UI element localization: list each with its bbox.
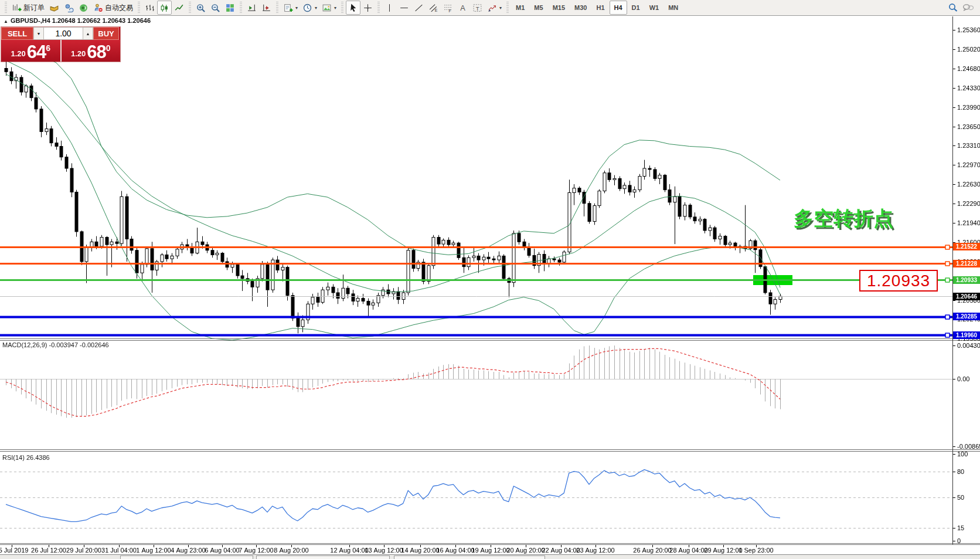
profiles-button[interactable]: ▾: [300, 1, 319, 15]
svg-text:T: T: [476, 5, 479, 11]
current-price-label: 1.20646: [953, 293, 980, 300]
timeframe-h1-button[interactable]: H1: [591, 1, 609, 15]
auto-scroll-button[interactable]: [259, 1, 274, 15]
buy-price-pip: 0: [106, 43, 111, 53]
vertical-line-button[interactable]: [382, 1, 397, 15]
zoom-out-button[interactable]: [208, 1, 223, 15]
fibonacci-button[interactable]: F: [441, 1, 455, 15]
chart-image-icon: [322, 3, 332, 13]
sell-price-prefix: 1.20: [11, 48, 25, 60]
new-order-button[interactable]: 新订单: [9, 1, 47, 15]
level-price-label: 1.21228: [953, 260, 980, 267]
chart-ohlc-header: ▲GBPUSD-,H4 1.20648 1.20662 1.20643 1.20…: [4, 17, 151, 24]
timeframe-mn-button[interactable]: MN: [663, 1, 683, 15]
buy-price-big: 68: [87, 45, 106, 60]
line-chart-button[interactable]: [172, 1, 186, 15]
history-center-button[interactable]: [47, 1, 62, 15]
rsi-indicator-label: RSI(14) 26.4386: [2, 454, 50, 461]
timeframe-w1-button[interactable]: W1: [645, 1, 664, 15]
trend-line-button[interactable]: [411, 1, 426, 15]
chart-image-button[interactable]: ▾: [319, 1, 339, 15]
toolbar-grip: [341, 2, 343, 13]
toolbar-grip: [189, 2, 191, 13]
volume-decrease-button[interactable]: ▼: [33, 27, 44, 40]
chart-shift-icon: [247, 3, 257, 13]
profiles-icon: [302, 3, 312, 13]
text-label-button[interactable]: T: [470, 1, 485, 15]
minimized-chart-tab[interactable]: [256, 555, 390, 559]
dropdown-caret-icon[interactable]: ▾: [499, 5, 502, 11]
tile-windows-button[interactable]: [223, 1, 237, 15]
collapse-quote-arrow-icon[interactable]: ▲: [4, 19, 8, 24]
toolbar-grip: [138, 2, 140, 13]
chat-icon[interactable]: [962, 2, 974, 13]
volume-input[interactable]: [44, 27, 83, 40]
chart-canvas[interactable]: [0, 0, 980, 559]
auto-trading-icon: [93, 3, 103, 13]
toolbar-grip: [506, 2, 509, 13]
equidistant-channel-button[interactable]: E: [426, 1, 441, 15]
auto-scroll-icon: [261, 3, 271, 13]
horizontal-line-button[interactable]: [397, 1, 411, 15]
zoom-in-icon: [196, 3, 206, 13]
candlestick-chart-icon: [159, 3, 169, 13]
crosshair-button[interactable]: [360, 1, 375, 15]
timeframe-m1-button[interactable]: M1: [511, 1, 529, 15]
arrows-icon: [487, 3, 497, 13]
buy-price-prefix: 1.20: [71, 48, 86, 60]
online-community-icon: [64, 3, 74, 13]
auto-trading-label: 自动交易: [105, 3, 133, 13]
timeframe-m5-button[interactable]: M5: [529, 1, 547, 15]
online-community-button[interactable]: [62, 1, 76, 15]
dropdown-caret-icon[interactable]: ▾: [295, 5, 298, 11]
search-icon[interactable]: [947, 2, 959, 13]
sell-price-display[interactable]: 1.20646: [1, 40, 60, 62]
dropdown-caret-icon[interactable]: ▾: [334, 5, 336, 11]
level-price-label: 1.21522: [953, 243, 980, 250]
macd-indicator-label: MACD(12,26,9) -0.003947 -0.002646: [2, 341, 109, 348]
text-button[interactable]: A: [455, 1, 470, 15]
tile-windows-icon: [225, 3, 235, 13]
alerts-button[interactable]: [76, 1, 91, 15]
sell-price-pip: 6: [46, 43, 50, 53]
zoom-in-button[interactable]: [193, 1, 208, 15]
line-chart-icon: [174, 3, 184, 13]
volume-increase-button[interactable]: ▲: [83, 27, 93, 40]
buy-button[interactable]: BUY: [93, 27, 119, 40]
arrows-button[interactable]: ▾: [485, 1, 504, 15]
timeframe-d1-button[interactable]: D1: [627, 1, 645, 15]
candlestick-chart-button[interactable]: [157, 1, 172, 15]
cursor-icon: [348, 3, 358, 13]
timeframe-m30-button[interactable]: M30: [570, 1, 591, 15]
vertical-line-icon: [384, 3, 394, 13]
timeframe-h4-button[interactable]: H4: [610, 1, 627, 15]
cursor-button[interactable]: [346, 1, 360, 15]
price-callout-box: 1.20933: [859, 270, 938, 292]
alerts-icon: [79, 3, 89, 13]
bar-chart-button[interactable]: [142, 1, 157, 15]
chevron-down-icon: ▼: [37, 32, 41, 36]
mt4-terminal: 新订单自动交易▾▾▾EFAT▾M1M5M15M30H1H4D1W1MN ▲GBP…: [0, 0, 980, 559]
minimized-chart-tab[interactable]: [394, 555, 545, 559]
timeframe-m15-button[interactable]: M15: [548, 1, 570, 15]
svg-text:F: F: [449, 9, 451, 13]
chart-annotation-text: 多空转折点: [794, 205, 893, 232]
text-label-icon: T: [472, 3, 482, 13]
chart-shift-button[interactable]: [244, 1, 259, 15]
history-center-icon: [49, 3, 59, 13]
toolbar: 新订单自动交易▾▾▾EFAT▾M1M5M15M30H1H4D1W1MN: [0, 0, 980, 16]
trend-line-icon: [414, 3, 424, 13]
svg-text:E: E: [435, 8, 438, 12]
buy-price-display[interactable]: 1.20680: [62, 40, 121, 62]
crosshair-icon: [363, 3, 373, 13]
toolbar-grip: [240, 2, 242, 13]
new-chart-button[interactable]: ▾: [281, 1, 300, 15]
auto-trading-button[interactable]: 自动交易: [91, 1, 135, 15]
minimized-chart-tab[interactable]: [120, 555, 253, 559]
bar-chart-icon: [145, 3, 155, 13]
toolbar-grip: [5, 2, 7, 13]
dropdown-caret-icon[interactable]: ▾: [315, 5, 317, 11]
one-click-trading-panel: SELL ▼ ▲ BUY 1.20646 1.20680: [1, 27, 120, 62]
sell-button[interactable]: SELL: [1, 27, 33, 40]
new-order-label: 新订单: [23, 3, 45, 13]
